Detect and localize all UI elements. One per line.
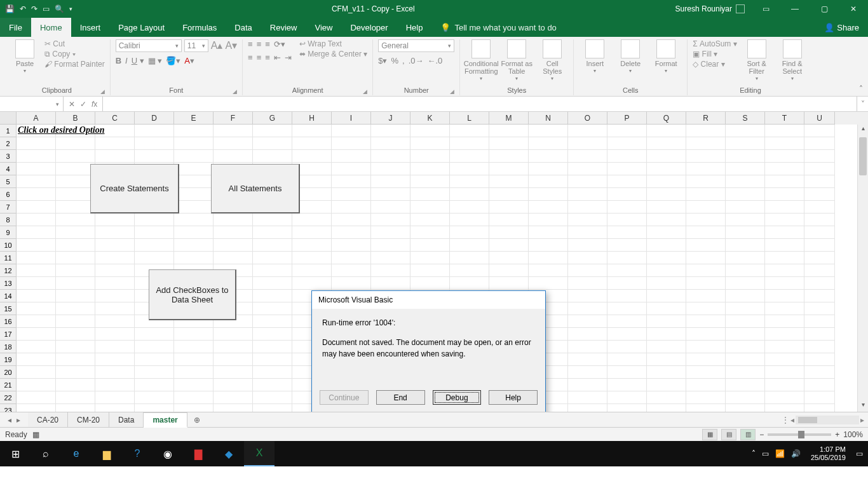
help-app-icon[interactable]: ? <box>122 441 153 466</box>
row-header-10[interactable]: 10 <box>0 239 17 252</box>
insert-cells-button[interactable]: Insert▾ <box>579 39 611 74</box>
formula-bar-input[interactable] <box>103 97 857 111</box>
align-bottom-icon[interactable]: ≡ <box>265 39 270 49</box>
zoom-slider-thumb[interactable] <box>798 431 804 438</box>
cell-styles-button[interactable]: Cell Styles▾ <box>536 39 568 82</box>
excel-taskbar-icon[interactable]: X <box>244 441 275 466</box>
increase-font-icon[interactable]: A▴ <box>211 39 223 52</box>
row-header-9[interactable]: 9 <box>0 226 17 239</box>
number-format-combo[interactable]: General▾ <box>378 39 454 52</box>
name-box[interactable]: ▾ <box>0 97 64 111</box>
fill-color-button[interactable]: 🪣▾ <box>166 56 180 65</box>
tab-insert[interactable]: Insert <box>71 18 110 37</box>
align-middle-icon[interactable]: ≡ <box>257 39 262 49</box>
col-header-P[interactable]: P <box>607 112 647 125</box>
percent-icon[interactable]: % <box>391 56 398 65</box>
col-header-D[interactable]: D <box>135 112 174 125</box>
font-name-combo[interactable]: Calibri▾ <box>116 39 182 52</box>
dialog-launcher-icon[interactable]: ◢ <box>233 88 237 95</box>
vertical-scrollbar[interactable]: ▴ ▾ <box>857 125 868 412</box>
cut-button[interactable]: ✂ Cut <box>44 39 105 48</box>
normal-view-button[interactable]: ▦ <box>702 429 717 440</box>
col-header-I[interactable]: I <box>332 112 371 125</box>
undo-icon[interactable]: ↶ <box>20 4 26 13</box>
tab-review[interactable]: Review <box>261 18 306 37</box>
tell-me-search[interactable]: 💡 Tell me what you want to do <box>440 18 556 37</box>
col-header-T[interactable]: T <box>765 112 804 125</box>
tab-formulas[interactable]: Formulas <box>173 18 226 37</box>
save-icon[interactable]: 💾 <box>5 4 15 13</box>
scroll-thumb[interactable] <box>859 137 867 175</box>
hscroll-right-icon[interactable]: ▸ <box>860 416 864 424</box>
sort-filter-button[interactable]: Sort & Filter▾ <box>741 39 773 82</box>
sheet-tab-ca20[interactable]: CA-20 <box>28 412 68 427</box>
search-icon[interactable]: ⌕ <box>31 441 61 466</box>
clear-button[interactable]: ◇ Clear ▾ <box>693 60 736 69</box>
bold-button[interactable]: B <box>116 56 121 65</box>
tab-home[interactable]: Home <box>31 18 71 37</box>
row-header-19[interactable]: 19 <box>0 353 17 366</box>
dialog-launcher-icon[interactable]: ◢ <box>450 88 454 95</box>
increase-indent-icon[interactable]: ⇥ <box>285 53 292 62</box>
align-center-icon[interactable]: ≡ <box>257 53 262 62</box>
tab-data[interactable]: Data <box>226 18 261 37</box>
col-header-N[interactable]: N <box>529 112 568 125</box>
col-header-M[interactable]: M <box>489 112 529 125</box>
align-right-icon[interactable]: ≡ <box>265 53 270 62</box>
tab-split-icon[interactable]: ⋮ <box>782 416 789 424</box>
col-header-C[interactable]: C <box>95 112 135 125</box>
orientation-icon[interactable]: ⟳▾ <box>274 39 285 49</box>
col-header-Q[interactable]: Q <box>647 112 686 125</box>
account-area[interactable]: Suresh Rouniyar <box>669 4 751 13</box>
battery-icon[interactable]: ▭ <box>762 449 769 458</box>
collapse-ribbon-icon[interactable]: ˄ <box>859 85 863 93</box>
sheet-nav[interactable]: ◂▸ <box>0 412 28 427</box>
minimize-icon[interactable]: — <box>780 4 810 13</box>
row-header-16[interactable]: 16 <box>0 315 17 328</box>
decrease-indent-icon[interactable]: ⇤ <box>274 53 281 62</box>
page-layout-view-button[interactable]: ▤ <box>721 429 736 440</box>
action-center-icon[interactable]: ▭ <box>856 449 863 458</box>
merge-center-button[interactable]: ⬌ Merge & Center ▾ <box>299 50 367 58</box>
zoom-out-button[interactable]: − <box>759 430 764 439</box>
hscroll-thumb[interactable] <box>798 417 817 423</box>
autosum-button[interactable]: Σ AutoSum ▾ <box>693 39 736 48</box>
pdf-app-icon[interactable]: ▇ <box>183 441 214 466</box>
row-header-14[interactable]: 14 <box>0 290 17 302</box>
start-button[interactable]: ⊞ <box>0 441 31 466</box>
tab-view[interactable]: View <box>306 18 341 37</box>
decrease-decimal-icon[interactable]: ←.0 <box>427 56 442 65</box>
paste-button[interactable]: Paste ▾ <box>9 39 41 74</box>
row-header-11[interactable]: 11 <box>0 252 17 264</box>
row-header-22[interactable]: 22 <box>0 391 17 404</box>
taskbar-clock[interactable]: 1:07 PM 25/05/2019 <box>807 445 850 462</box>
scroll-up-icon[interactable]: ▴ <box>858 125 868 135</box>
row-header-20[interactable]: 20 <box>0 366 17 379</box>
conditional-formatting-button[interactable]: Conditional Formatting▾ <box>465 39 497 82</box>
align-left-icon[interactable]: ≡ <box>248 53 253 62</box>
col-header-E[interactable]: E <box>174 112 214 125</box>
format-painter-button[interactable]: 🖌 Format Painter <box>44 60 105 69</box>
maximize-icon[interactable]: ▢ <box>810 4 839 13</box>
debug-button[interactable]: Debug <box>433 390 482 405</box>
col-header-L[interactable]: L <box>450 112 489 125</box>
increase-decimal-icon[interactable]: .0→ <box>409 56 424 65</box>
align-top-icon[interactable]: ≡ <box>248 39 253 49</box>
col-header-F[interactable]: F <box>214 112 253 125</box>
teamviewer-icon[interactable]: ◆ <box>214 441 244 466</box>
cancel-icon[interactable]: ✕ <box>69 100 75 109</box>
qat-dropdown-icon[interactable]: ▾ <box>69 6 72 12</box>
italic-button[interactable]: I <box>125 56 128 65</box>
copy-button[interactable]: ⧉ Copy ▾ <box>44 50 105 58</box>
col-header-A[interactable]: A <box>17 112 56 125</box>
delete-cells-button[interactable]: Delete▾ <box>614 39 646 74</box>
share-button[interactable]: 👤 Share <box>815 18 868 37</box>
row-header-6[interactable]: 6 <box>0 188 17 201</box>
col-header-S[interactable]: S <box>726 112 765 125</box>
edge-icon[interactable]: e <box>61 441 92 466</box>
sheet-tab-master[interactable]: master <box>144 412 187 428</box>
comma-icon[interactable]: , <box>402 56 405 65</box>
touch-mode-icon[interactable]: ▭ <box>43 4 50 13</box>
print-preview-icon[interactable]: 🔍 <box>55 4 64 13</box>
row-header-13[interactable]: 13 <box>0 277 17 290</box>
